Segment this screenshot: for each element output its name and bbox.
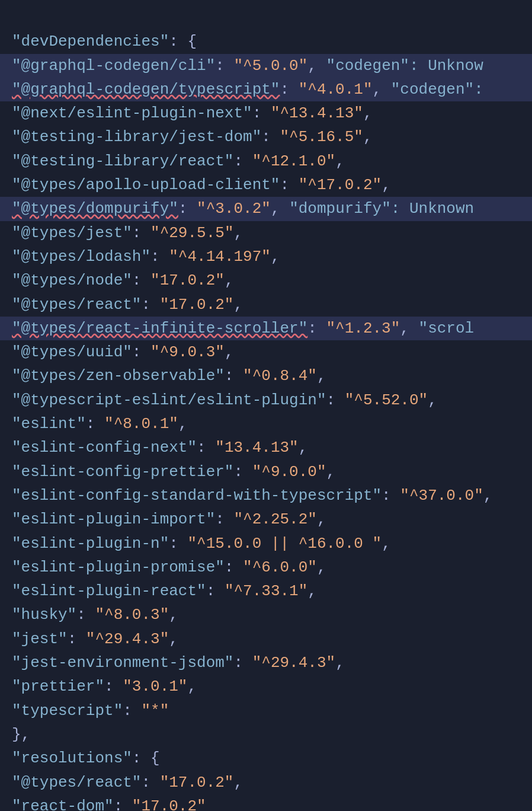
json-value: "^9.0.0" xyxy=(252,463,326,481)
code-line: "husky": "^8.0.3", xyxy=(0,603,532,627)
punctuation: , xyxy=(335,152,345,170)
json-key: "@graphql-codegen/typescript" xyxy=(12,81,280,98)
json-key: "@types/lodash" xyxy=(12,248,150,266)
punctuation: , xyxy=(233,296,243,314)
punctuation: , xyxy=(225,272,234,289)
code-line: "eslint-plugin-react": "^7.33.1", xyxy=(0,579,532,603)
code-line: "@next/eslint-plugin-next": "^13.4.13", xyxy=(0,101,532,125)
code-line: "@types/node": "17.0.2", xyxy=(0,269,532,292)
json-key: "react-dom" xyxy=(12,797,114,811)
json-value: "*" xyxy=(141,702,169,720)
code-line: "eslint-plugin-promise": "^6.0.0", xyxy=(0,555,532,579)
punctuation: : xyxy=(225,558,243,576)
punctuation: : xyxy=(197,439,215,456)
json-value: "^3.0.2" xyxy=(197,200,271,218)
json-key: "prettier" xyxy=(12,678,104,695)
json-key: "jest" xyxy=(12,630,68,648)
json-key: "husky" xyxy=(12,606,76,624)
json-key: "@typescript-eslint/eslint-plugin" xyxy=(12,391,326,409)
code-line: "eslint-config-prettier": "^9.0.0", xyxy=(0,460,532,484)
code-line: "react-dom": "17.0.2" xyxy=(0,794,532,811)
bracket: }, xyxy=(12,726,30,743)
json-key: "@types/dompurify" xyxy=(12,200,178,218)
punctuation: : xyxy=(169,535,187,553)
code-line: "eslint": "^8.0.1", xyxy=(0,412,532,436)
json-value: "^4.14.197" xyxy=(169,248,271,266)
punctuation: : xyxy=(233,152,252,170)
code-line: "@types/dompurify": "^3.0.2", "dompurify… xyxy=(0,197,532,221)
punctuation: : xyxy=(114,797,132,811)
json-key: "@graphql-codegen/cli" xyxy=(12,57,215,75)
json-key: "eslint-config-prettier" xyxy=(12,463,233,481)
code-line: "eslint-plugin-n": "^15.0.0 || ^16.0.0 "… xyxy=(0,532,532,555)
json-value: "^9.0.3" xyxy=(150,343,225,361)
punctuation: : xyxy=(233,463,252,481)
json-key: "@types/node" xyxy=(12,272,132,289)
json-key: "resolutions" xyxy=(12,749,132,767)
punctuation: , xyxy=(225,343,234,361)
json-value: "13.4.13" xyxy=(215,439,298,456)
json-key: "@types/react" xyxy=(12,296,141,314)
punctuation: : xyxy=(252,104,271,122)
json-value: "^0.8.4" xyxy=(243,367,317,385)
code-line: "eslint-config-standard-with-typescript"… xyxy=(0,484,532,507)
code-line: "prettier": "3.0.1", xyxy=(0,675,532,698)
json-value: "^29.4.3" xyxy=(252,654,335,672)
json-key: "jest-environment-jsdom" xyxy=(12,654,233,672)
code-line: "@types/lodash": "^4.14.197", xyxy=(0,245,532,269)
punctuation: , xyxy=(307,57,326,75)
json-key: "@next/eslint-plugin-next" xyxy=(12,104,252,122)
json-value: "^4.0.1" xyxy=(299,81,373,98)
json-key: "@types/react" xyxy=(12,774,141,791)
code-line: "jest": "^29.4.3", xyxy=(0,627,532,651)
json-value: "3.0.1" xyxy=(123,678,187,695)
json-key: "@testing-library/react" xyxy=(12,152,233,170)
punctuation: , xyxy=(169,606,178,624)
code-line: "@typescript-eslint/eslint-plugin": "^5.… xyxy=(0,388,532,412)
punctuation: , xyxy=(363,128,373,146)
json-value: "^12.1.0" xyxy=(252,152,335,170)
punctuation: : xyxy=(141,296,159,314)
json-value: "^1.2.3" xyxy=(326,320,400,337)
punctuation: : xyxy=(206,582,225,600)
punctuation: , xyxy=(382,176,391,194)
punctuation: , xyxy=(382,535,391,553)
punctuation: , xyxy=(169,630,178,648)
punctuation: , xyxy=(428,391,437,409)
punctuation: , xyxy=(373,81,391,98)
json-key: "eslint-plugin-react" xyxy=(12,582,206,600)
code-line: "typescript": "*" xyxy=(0,699,532,723)
punctuation: : { xyxy=(169,33,197,50)
json-key: "@types/jest" xyxy=(12,224,132,242)
json-key: "eslint-plugin-n" xyxy=(12,535,169,553)
json-value: "^6.0.0" xyxy=(243,558,317,576)
json-key: "eslint-config-standard-with-typescript" xyxy=(12,487,382,505)
punctuation: , xyxy=(233,774,243,791)
punctuation: : xyxy=(150,248,169,266)
punctuation: : xyxy=(307,320,326,337)
punctuation: , xyxy=(400,320,418,337)
punctuation: , xyxy=(335,654,345,672)
punctuation: : xyxy=(68,630,86,648)
json-key: "devDependencies" xyxy=(12,33,169,50)
code-line: "@testing-library/jest-dom": "^5.16.5", xyxy=(0,125,532,149)
code-line: "@types/react": "17.0.2", xyxy=(0,293,532,317)
json-value: "^8.0.1" xyxy=(104,415,178,433)
punctuation: : xyxy=(132,272,150,289)
inline-comment: "dompurify": Unknown xyxy=(289,200,474,218)
json-value: "^17.0.2" xyxy=(299,176,382,194)
json-value: "^5.0.0" xyxy=(233,57,307,75)
punctuation: : xyxy=(141,774,159,791)
punctuation: : xyxy=(326,391,345,409)
punctuation: : xyxy=(261,128,280,146)
code-line: }, xyxy=(0,723,532,746)
punctuation: : xyxy=(215,57,233,75)
json-key: "eslint-config-next" xyxy=(12,439,197,456)
inline-comment: "codegen": Unknow xyxy=(326,57,483,75)
punctuation: : xyxy=(132,343,150,361)
inline-comment: "codegen": xyxy=(391,81,483,98)
code-line: "@types/react-infinite-scroller": "^1.2.… xyxy=(0,317,532,340)
code-line: "eslint-config-next": "13.4.13", xyxy=(0,436,532,459)
punctuation: : xyxy=(225,367,243,385)
json-key: "eslint-plugin-promise" xyxy=(12,558,225,576)
